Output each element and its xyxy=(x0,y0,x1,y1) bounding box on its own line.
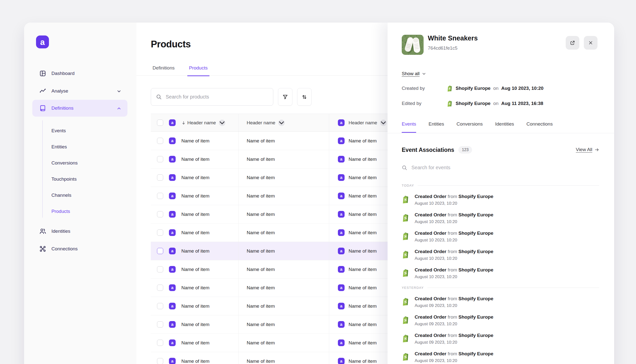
event-list-item[interactable]: SCreated Order from Shopify EuropeAugust… xyxy=(402,230,599,242)
select-all-checkbox[interactable] xyxy=(157,120,163,126)
panel-tab-identities[interactable]: Identities xyxy=(495,121,514,133)
row-checkbox[interactable] xyxy=(157,211,163,217)
associations-header: Event Associations 123 xyxy=(402,146,472,154)
table-cell: aName of item xyxy=(151,168,239,186)
view-all-link[interactable]: View All xyxy=(576,147,599,152)
cell-text: Name of item xyxy=(349,304,377,309)
cell-text: Name of item xyxy=(247,138,275,144)
event-date: August 10 2023, 10:20 xyxy=(415,238,493,243)
close-panel-button[interactable] xyxy=(584,36,597,50)
sidebar-item-dashboard[interactable]: Dashboard xyxy=(24,69,136,78)
chevron-down-icon xyxy=(422,72,426,76)
row-checkbox[interactable] xyxy=(157,321,163,328)
svg-text:S: S xyxy=(404,252,407,257)
event-title: Created Order xyxy=(415,230,447,236)
event-search[interactable] xyxy=(402,164,599,171)
row-checkbox[interactable] xyxy=(157,174,163,181)
sidebar-item-definitions[interactable]: Definitions xyxy=(24,104,136,113)
product-search-input[interactable] xyxy=(165,94,268,100)
svg-text:S: S xyxy=(404,318,407,322)
app-badge-icon: a xyxy=(338,284,345,291)
event-list-item[interactable]: SCreated Order from Shopify EuropeAugust… xyxy=(402,249,599,261)
shopify-icon: S xyxy=(447,84,453,92)
table-cell: Name of item xyxy=(239,242,329,260)
table-cell: aName of item xyxy=(151,352,239,364)
cell-text: Name of item xyxy=(349,156,377,162)
cell-text: Name of item xyxy=(349,175,377,180)
event-from: from xyxy=(448,212,457,217)
row-checkbox[interactable] xyxy=(157,138,163,144)
sidebar-item-entities[interactable]: Entities xyxy=(24,142,136,151)
row-checkbox[interactable] xyxy=(157,303,163,309)
panel-tab-events[interactable]: Events xyxy=(402,121,416,133)
sidebar-item-products[interactable]: Products xyxy=(24,207,136,216)
cell-text: Name of item xyxy=(181,358,209,364)
event-search-input[interactable] xyxy=(411,164,599,171)
event-title: Created Order xyxy=(415,212,447,217)
cell-text: Name of item xyxy=(181,340,209,346)
panel-tab-conversions[interactable]: Conversions xyxy=(456,121,483,133)
table-cell: aName of item xyxy=(151,315,239,334)
sidebar-item-connections[interactable]: Connections xyxy=(24,244,136,253)
event-source: Shopify Europe xyxy=(458,267,493,272)
row-checkbox[interactable] xyxy=(157,340,163,346)
column-menu-button[interactable] xyxy=(219,120,225,126)
table-cell: aName of item xyxy=(151,132,239,150)
event-list-item[interactable]: SCreated Order from Shopify EuropeAugust… xyxy=(402,267,599,279)
table-header-cell: Header name xyxy=(239,114,329,132)
row-checkbox[interactable] xyxy=(157,193,163,199)
event-list-item[interactable]: SCreated Order from Shopify EuropeAugust… xyxy=(402,212,599,224)
filter-button[interactable] xyxy=(278,88,292,106)
open-external-button[interactable] xyxy=(566,36,579,50)
show-all-toggle[interactable]: Show all xyxy=(402,71,426,76)
event-list-item[interactable]: SCreated Order from Shopify EuropeAugust… xyxy=(402,314,599,326)
row-checkbox[interactable] xyxy=(157,284,163,291)
svg-text:S: S xyxy=(404,355,407,359)
app-badge-icon: a xyxy=(169,248,176,254)
column-menu-button[interactable] xyxy=(380,120,386,126)
sidebar-item-channels[interactable]: Channels xyxy=(24,191,136,200)
event-timeline: TODAYSCreated Order from Shopify EuropeA… xyxy=(402,183,599,363)
app-badge-icon: a xyxy=(338,174,345,181)
event-text: Created Order from Shopify EuropeAugust … xyxy=(415,296,493,308)
sort-button[interactable] xyxy=(297,88,312,106)
shopify-icon: S xyxy=(402,231,410,240)
main-tabbar: DefinitionsProducts xyxy=(151,65,209,76)
panel-tab-entities[interactable]: Entities xyxy=(429,121,444,133)
event-list-item[interactable]: SCreated Order from Shopify EuropeAugust… xyxy=(402,194,599,206)
sidebar-item-conversions[interactable]: Conversions xyxy=(24,158,136,168)
cell-text: Name of item xyxy=(349,212,377,217)
row-checkbox[interactable] xyxy=(157,266,163,272)
sidebar-item-identities[interactable]: Identities xyxy=(24,227,136,236)
tab-products[interactable]: Products xyxy=(187,65,209,76)
tab-definitions[interactable]: Definitions xyxy=(151,65,176,76)
sidebar-item-analyse[interactable]: Analyse xyxy=(24,86,136,96)
event-list-item[interactable]: SCreated Order from Shopify EuropeAugust… xyxy=(402,351,599,363)
event-from: from xyxy=(448,249,457,254)
column-menu-button[interactable] xyxy=(278,120,285,126)
cell-text: Name of item xyxy=(247,340,275,346)
panel-title: White Sneakers xyxy=(428,34,478,42)
event-date: August 10 2023, 10:20 xyxy=(415,256,493,261)
product-image xyxy=(402,35,423,55)
shopify-icon: S xyxy=(402,250,410,259)
cell-text: Name of item xyxy=(247,322,275,327)
event-text: Created Order from Shopify EuropeAugust … xyxy=(415,212,493,224)
sidebar-item-events[interactable]: Events xyxy=(24,126,136,135)
event-list-item[interactable]: SCreated Order from Shopify EuropeAugust… xyxy=(402,333,599,345)
panel-tab-connections[interactable]: Connections xyxy=(526,121,553,133)
row-checkbox[interactable] xyxy=(157,358,163,364)
event-title: Created Order xyxy=(415,194,447,199)
row-checkbox[interactable] xyxy=(157,230,163,236)
meta-preposition: on xyxy=(493,86,498,91)
meta-label: Created by xyxy=(402,86,447,91)
sidebar-item-touchpoints[interactable]: Touchpoints xyxy=(24,175,136,184)
event-text: Created Order from Shopify EuropeAugust … xyxy=(415,314,493,326)
table-cell: Name of item xyxy=(239,150,329,168)
row-checkbox[interactable] xyxy=(157,248,163,254)
app-badge-icon: a xyxy=(338,248,345,254)
svg-text:S: S xyxy=(404,336,407,341)
row-checkbox[interactable] xyxy=(157,156,163,162)
event-list-item[interactable]: SCreated Order from Shopify EuropeAugust… xyxy=(402,296,599,308)
product-search[interactable] xyxy=(151,88,273,106)
